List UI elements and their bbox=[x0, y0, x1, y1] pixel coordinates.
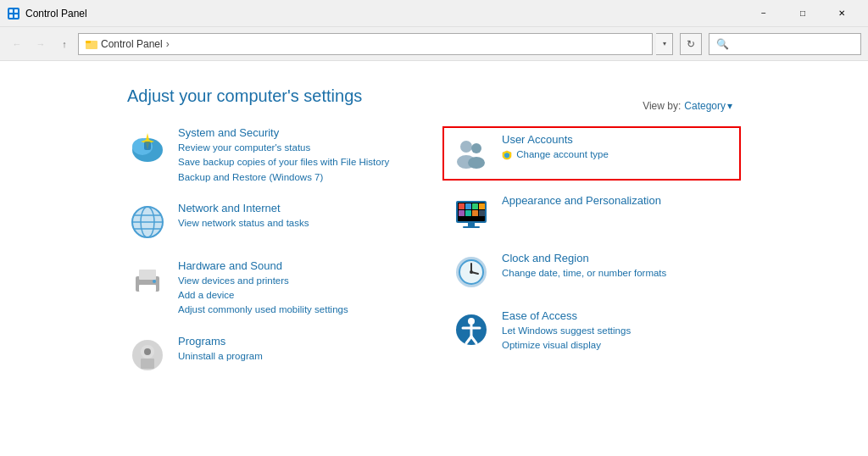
category-clock-region: Clock and Region Change date, time, or n… bbox=[451, 252, 741, 292]
address-dropdown[interactable]: ▾ bbox=[656, 33, 673, 55]
svg-point-27 bbox=[468, 157, 485, 169]
category-system-security: System and Security Review your computer… bbox=[127, 126, 417, 185]
svg-rect-35 bbox=[465, 210, 471, 216]
system-security-icon bbox=[127, 126, 168, 167]
category-programs: Programs Uninstall a program bbox=[127, 335, 417, 375]
clock-region-text: Clock and Region Change date, time, or n… bbox=[502, 252, 666, 281]
view-by-dropdown[interactable]: Category ▾ bbox=[684, 100, 732, 112]
folder-icon bbox=[86, 38, 97, 50]
svg-rect-9 bbox=[144, 142, 151, 150]
svg-point-24 bbox=[460, 141, 472, 153]
svg-rect-6 bbox=[86, 41, 91, 43]
category-ease-access: Ease of Access Let Windows suggest setti… bbox=[451, 309, 741, 353]
address-box[interactable]: Control Panel › bbox=[78, 33, 653, 55]
svg-point-26 bbox=[471, 143, 481, 153]
hardware-sound-link-1[interactable]: View devices and printers bbox=[178, 274, 348, 288]
svg-rect-3 bbox=[9, 14, 13, 18]
maximize-button[interactable]: □ bbox=[783, 0, 822, 27]
hardware-sound-icon bbox=[127, 259, 168, 300]
forward-button[interactable]: → bbox=[31, 34, 51, 54]
user-accounts-text: User Accounts Change account type bbox=[502, 133, 609, 162]
svg-rect-2 bbox=[14, 9, 18, 13]
system-security-link-1[interactable]: Review your computer's status bbox=[178, 141, 389, 155]
svg-rect-17 bbox=[139, 270, 156, 280]
address-path: Control Panel bbox=[101, 38, 163, 50]
hardware-sound-heading[interactable]: Hardware and Sound bbox=[178, 259, 348, 272]
titlebar: Control Panel − □ ✕ bbox=[0, 0, 868, 27]
address-arrow: › bbox=[166, 38, 170, 50]
category-hardware-sound: Hardware and Sound View devices and prin… bbox=[127, 259, 417, 318]
svg-rect-38 bbox=[468, 223, 475, 226]
settings-grid: System and Security Review your computer… bbox=[127, 126, 741, 392]
svg-rect-0 bbox=[8, 8, 19, 19]
ease-access-link-1[interactable]: Let Windows suggest settings bbox=[502, 324, 631, 338]
programs-icon bbox=[127, 335, 168, 375]
ease-access-link-2[interactable]: Optimize visual display bbox=[502, 338, 631, 353]
view-by-label: View by: bbox=[643, 100, 681, 112]
category-appearance: Appearance and Personalization bbox=[451, 194, 741, 235]
search-box[interactable]: 🔍 bbox=[709, 33, 861, 55]
user-accounts-heading[interactable]: User Accounts bbox=[502, 133, 609, 146]
svg-rect-1 bbox=[9, 9, 13, 13]
svg-rect-4 bbox=[14, 14, 18, 18]
programs-link-1[interactable]: Uninstall a program bbox=[178, 349, 263, 364]
ease-access-text: Ease of Access Let Windows suggest setti… bbox=[502, 309, 631, 353]
search-placeholder: 🔍 bbox=[716, 38, 729, 50]
svg-rect-34 bbox=[459, 210, 465, 216]
svg-point-19 bbox=[153, 280, 156, 283]
system-security-text: System and Security Review your computer… bbox=[178, 126, 389, 185]
hardware-sound-link-2[interactable]: Add a device bbox=[178, 288, 348, 303]
system-security-heading[interactable]: System and Security bbox=[178, 126, 389, 139]
control-panel-icon bbox=[7, 7, 20, 20]
clock-region-heading[interactable]: Clock and Region bbox=[502, 252, 666, 264]
close-button[interactable]: ✕ bbox=[822, 0, 861, 27]
svg-rect-30 bbox=[459, 203, 465, 209]
appearance-text: Appearance and Personalization bbox=[502, 194, 661, 209]
svg-point-45 bbox=[470, 270, 473, 274]
titlebar-title: Control Panel bbox=[25, 8, 744, 19]
system-security-link-3[interactable]: Backup and Restore (Windows 7) bbox=[178, 170, 389, 185]
titlebar-controls: − □ ✕ bbox=[744, 0, 861, 27]
addressbar: ← → ↑ Control Panel › ▾ ↻ 🔍 bbox=[0, 27, 868, 61]
network-internet-text: Network and Internet View network status… bbox=[178, 202, 309, 231]
appearance-icon bbox=[451, 194, 492, 235]
left-column: System and Security Review your computer… bbox=[127, 126, 417, 392]
user-accounts-link-1[interactable]: Change account type bbox=[502, 147, 609, 162]
hardware-sound-text: Hardware and Sound View devices and prin… bbox=[178, 259, 348, 318]
ease-access-icon bbox=[451, 309, 492, 350]
right-column: User Accounts Change account type bbox=[451, 126, 741, 392]
svg-rect-39 bbox=[463, 226, 480, 228]
main-content: Adjust your computer's settings View by:… bbox=[0, 61, 868, 456]
svg-rect-36 bbox=[472, 210, 478, 216]
svg-rect-22 bbox=[141, 359, 154, 369]
system-security-link-2[interactable]: Save backup copies of your files with Fi… bbox=[178, 155, 389, 170]
refresh-button[interactable]: ↻ bbox=[680, 33, 702, 55]
programs-heading[interactable]: Programs bbox=[178, 335, 263, 348]
svg-point-23 bbox=[144, 348, 151, 355]
category-network-internet: Network and Internet View network status… bbox=[127, 202, 417, 242]
programs-text: Programs Uninstall a program bbox=[178, 335, 263, 364]
view-by: View by: Category ▾ bbox=[643, 100, 732, 112]
network-internet-icon bbox=[127, 202, 168, 242]
svg-rect-18 bbox=[139, 285, 156, 292]
svg-rect-32 bbox=[472, 203, 478, 209]
shield-icon bbox=[502, 150, 512, 160]
user-accounts-icon bbox=[451, 133, 492, 174]
minimize-button[interactable]: − bbox=[744, 0, 783, 27]
network-internet-link-1[interactable]: View network status and tasks bbox=[178, 216, 309, 231]
up-button[interactable]: ↑ bbox=[54, 34, 75, 54]
clock-region-icon bbox=[451, 252, 492, 292]
back-button[interactable]: ← bbox=[7, 34, 27, 54]
category-user-accounts-highlighted: User Accounts Change account type bbox=[442, 126, 741, 181]
appearance-heading[interactable]: Appearance and Personalization bbox=[502, 194, 661, 207]
svg-rect-31 bbox=[465, 203, 471, 209]
svg-rect-33 bbox=[479, 203, 485, 209]
ease-access-heading[interactable]: Ease of Access bbox=[502, 309, 631, 322]
svg-rect-37 bbox=[479, 210, 485, 216]
hardware-sound-link-3[interactable]: Adjust commonly used mobility settings bbox=[178, 303, 348, 317]
clock-region-link-1[interactable]: Change date, time, or number formats bbox=[502, 266, 666, 281]
network-internet-heading[interactable]: Network and Internet bbox=[178, 202, 309, 214]
